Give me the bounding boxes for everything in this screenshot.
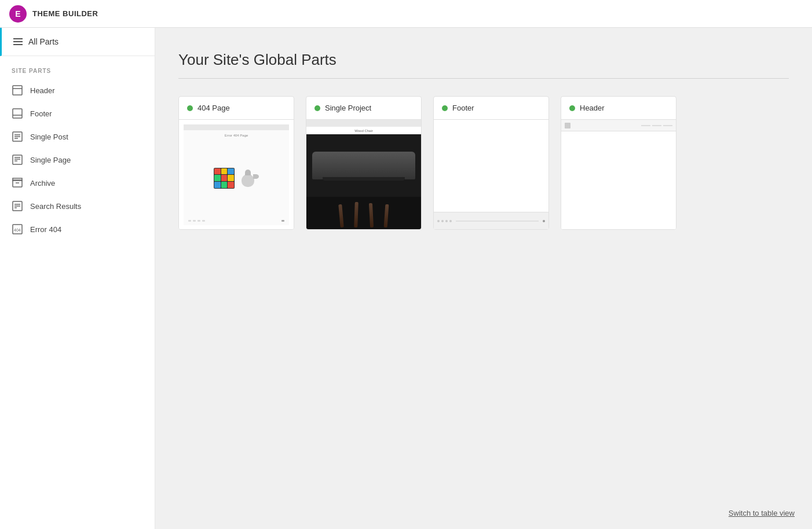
sidebar-item-header-label: Header [30,86,55,95]
sidebar: All Parts SITE PARTS Header Footer [0,28,155,529]
sidebar-item-search-results-label: Search Results [30,202,81,211]
sidebar-item-search-results[interactable]: Search Results [0,194,155,218]
page-title: Your Site's Global Parts [178,51,789,69]
card-header-header: Header [561,97,676,119]
sidebar-item-error-404-label: Error 404 [30,225,61,234]
all-parts-label: All Parts [28,37,58,46]
card-404-header: 404 Page [179,97,294,119]
divider [178,78,789,79]
sidebar-item-header[interactable]: Header [0,79,155,102]
hamburger-icon [13,38,23,45]
card-404-title: 404 Page [197,104,230,112]
site-parts-label: SITE PARTS [0,56,155,79]
topbar: E THEME BUILDER [0,0,812,28]
card-single-project[interactable]: Single Project Wood Chair [306,96,422,230]
svg-rect-0 [13,86,22,95]
sidebar-item-single-page[interactable]: Single Page [0,148,155,171]
sidebar-item-single-post-label: Single Post [30,133,68,141]
error-404-icon: 404 [12,223,23,235]
header-icon [12,85,23,96]
card-header[interactable]: Header [561,96,676,230]
svg-text:404: 404 [14,228,21,232]
card-404-status-dot [187,105,193,111]
sidebar-item-single-page-label: Single Page [30,156,71,164]
switch-table-view-button[interactable]: Switch to table view [729,509,795,517]
elementor-logo: E [9,5,27,23]
card-single-project-header: Single Project [306,97,421,119]
card-footer-preview [434,119,548,229]
card-footer-status-dot [442,105,448,111]
card-single-project-status-dot [314,105,320,111]
sidebar-item-archive-label: Archive [30,179,55,188]
main-layout: All Parts SITE PARTS Header Footer [0,28,812,529]
svg-rect-8 [13,155,22,164]
main-content: Your Site's Global Parts 404 Page Error … [155,28,812,529]
app-title: THEME BUILDER [32,9,98,18]
card-header-status-dot [569,105,575,111]
footer-icon [12,108,23,119]
archive-icon [12,177,23,189]
sidebar-item-archive[interactable]: Archive [0,171,155,194]
svg-rect-13 [13,178,22,181]
card-footer-title: Footer [452,104,474,112]
search-results-icon [12,200,23,212]
card-footer-header: Footer [434,97,548,119]
card-single-project-preview: Wood Chair [306,119,421,229]
sidebar-item-footer[interactable]: Footer [0,102,155,125]
sidebar-item-single-post[interactable]: Single Post [0,125,155,148]
sidebar-item-error-404[interactable]: 404 Error 404 [0,218,155,241]
cards-grid: 404 Page Error 404 Page [178,96,789,230]
sidebar-item-footer-label: Footer [30,109,52,118]
svg-rect-12 [13,180,22,187]
card-single-project-title: Single Project [325,104,371,112]
card-header-preview [561,119,676,229]
card-404-preview: Error 404 Page [179,119,294,229]
svg-rect-2 [13,109,22,118]
single-post-icon [12,131,23,142]
sidebar-all-parts[interactable]: All Parts [0,28,155,56]
card-footer[interactable]: Footer [433,96,549,230]
single-page-icon [12,154,23,166]
card-404-page[interactable]: 404 Page Error 404 Page [178,96,294,230]
card-header-title: Header [580,104,605,112]
